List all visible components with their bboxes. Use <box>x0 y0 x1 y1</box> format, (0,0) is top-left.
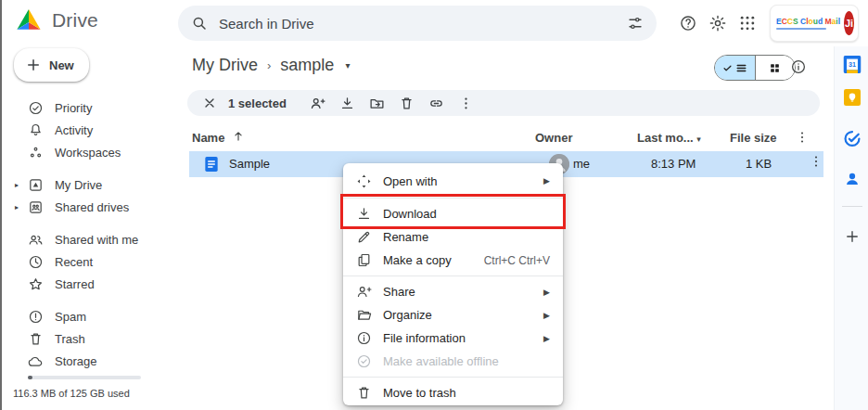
storage-usage-text: 116.3 MB of 125 GB used <box>13 388 130 399</box>
sidebar-item-recent[interactable]: Recent <box>2 250 178 273</box>
sidebar-item-starred[interactable]: Starred <box>2 273 178 295</box>
sidebar-item-label: Spam <box>55 310 86 324</box>
selection-toolbar: 1 selected <box>187 90 820 116</box>
workspaces-icon <box>28 145 44 160</box>
sidebar-item-my-drive[interactable]: ▸My Drive <box>2 173 178 196</box>
sidebar-item-trash[interactable]: Trash <box>2 327 178 350</box>
context-menu: Open with▶DownloadRenameMake a copyCtrl+… <box>343 163 563 405</box>
expand-arrow-icon[interactable]: ▸ <box>15 203 19 211</box>
menu-item-download[interactable]: Download <box>343 202 563 225</box>
submenu-arrow-icon: ▶ <box>543 176 550 186</box>
keep-icon[interactable] <box>844 89 861 109</box>
selection-count: 1 selected <box>228 96 287 110</box>
menu-item-open-with[interactable]: Open with▶ <box>343 168 563 194</box>
tasks-icon[interactable] <box>844 130 862 151</box>
person-add-button[interactable] <box>303 91 333 115</box>
file-size: 1 KB <box>746 157 772 171</box>
help-button[interactable] <box>673 8 703 38</box>
topbar-actions: ECCS Cloud Mail Ji <box>673 0 868 46</box>
side-panel-divider <box>842 206 862 207</box>
sidebar-item-activity[interactable]: Activity <box>2 119 178 141</box>
list-view-icon <box>735 62 747 74</box>
sidebar: New PriorityActivityWorkspaces▸My Drive▸… <box>2 46 178 410</box>
sort-ascending-icon[interactable] <box>232 130 245 143</box>
sidebar-item-shared-drives[interactable]: ▸Shared drives <box>2 196 178 218</box>
storage-progress <box>28 376 141 379</box>
details-info-button[interactable] <box>790 58 807 79</box>
sidebar-item-workspaces[interactable]: Workspaces <box>2 141 178 163</box>
sidebar-section: PriorityActivityWorkspaces <box>2 96 178 163</box>
apps-grid-button[interactable] <box>733 8 762 38</box>
star-icon <box>28 276 44 292</box>
column-owner[interactable]: Owner <box>535 131 572 145</box>
contacts-icon[interactable] <box>844 171 861 191</box>
info-icon <box>356 330 372 346</box>
svg-text:31: 31 <box>849 61 856 69</box>
search-input[interactable]: Search in Drive <box>178 6 657 41</box>
menu-item-rename[interactable]: Rename <box>343 225 563 249</box>
sidebar-section: ▸My Drive▸Shared drives <box>2 173 178 218</box>
selection-actions <box>303 91 481 115</box>
calendar-icon[interactable]: 31 <box>844 56 862 77</box>
copy-icon <box>356 252 372 268</box>
menu-item-file-information[interactable]: File information▶ <box>343 327 563 350</box>
menu-item-move-to-trash[interactable]: Move to trash <box>343 381 563 404</box>
menu-divider <box>343 275 563 276</box>
offline-icon <box>356 353 372 369</box>
storage-progress-fill <box>28 376 32 379</box>
link-button[interactable] <box>422 91 452 115</box>
openwith-icon <box>356 173 372 189</box>
eccs-logo: ECCS Cloud Mail <box>776 18 840 30</box>
breadcrumb-current-folder[interactable]: sample <box>280 56 334 75</box>
top-bar: Drive Search in Drive ECCS Cloud Mail Ji <box>2 0 868 46</box>
clear-selection-button[interactable] <box>202 96 217 110</box>
sidebar-item-shared-with-me[interactable]: Shared with me <box>2 228 178 250</box>
sidebar-item-label: Shared drives <box>55 200 129 214</box>
header-more-icon[interactable] <box>795 130 810 145</box>
bell-icon <box>28 122 44 138</box>
sidebar-item-storage[interactable]: Storage <box>2 350 178 372</box>
menu-item-share[interactable]: Share▶ <box>343 280 563 303</box>
column-file-size[interactable]: File size <box>730 131 777 145</box>
list-view-button[interactable] <box>715 56 755 80</box>
column-last-modified[interactable]: Last mo... ▾ <box>637 131 701 145</box>
new-button[interactable]: New <box>14 48 89 82</box>
row-more-icon[interactable] <box>809 154 823 169</box>
menu-item-make-a-copy[interactable]: Make a copyCtrl+C Ctrl+V <box>343 249 563 272</box>
submenu-arrow-icon: ▶ <box>543 311 550 320</box>
menu-item-organize[interactable]: Organize▶ <box>343 303 563 327</box>
check-icon <box>722 63 733 73</box>
view-toggle[interactable] <box>714 55 796 81</box>
expand-arrow-icon[interactable]: ▸ <box>15 181 19 189</box>
person-add-icon <box>356 284 372 300</box>
sidebar-item-spam[interactable]: Spam <box>2 305 178 327</box>
search-options-icon[interactable] <box>627 15 644 32</box>
search-icon[interactable] <box>191 15 208 32</box>
settings-button[interactable] <box>703 8 733 38</box>
sort-caret-icon: ▾ <box>696 135 701 144</box>
more-vert-button[interactable] <box>452 91 481 115</box>
file-table-header: Name Owner Last mo... ▾ File size <box>178 127 834 151</box>
grid-view-button[interactable] <box>755 56 795 80</box>
shareddrive-icon <box>28 199 44 215</box>
folder-move-button[interactable] <box>363 91 392 115</box>
priority-icon <box>28 100 44 116</box>
folder-open-icon <box>356 307 372 323</box>
eccs-logo-text: ECCS Cloud Mail <box>776 18 840 26</box>
app-name: Drive <box>52 9 98 32</box>
folder-dropdown-caret-icon[interactable]: ▾ <box>345 60 350 70</box>
plus-button[interactable] <box>844 228 861 249</box>
drive-logo[interactable]: Drive <box>15 7 98 32</box>
download-icon <box>356 206 372 222</box>
search-placeholder: Search in Drive <box>219 16 616 32</box>
trash-button[interactable] <box>392 91 422 115</box>
account-badge[interactable]: ECCS Cloud Mail Ji <box>770 5 859 42</box>
sidebar-item-priority[interactable]: Priority <box>2 96 178 119</box>
file-name: Sample <box>229 157 270 171</box>
column-name[interactable]: Name <box>192 131 224 145</box>
sidebar-item-label: Priority <box>55 101 92 115</box>
download-button[interactable] <box>333 91 363 115</box>
breadcrumb-my-drive[interactable]: My Drive <box>192 56 258 75</box>
avatar[interactable]: Ji <box>844 11 854 35</box>
sidebar-item-label: Recent <box>55 255 93 269</box>
